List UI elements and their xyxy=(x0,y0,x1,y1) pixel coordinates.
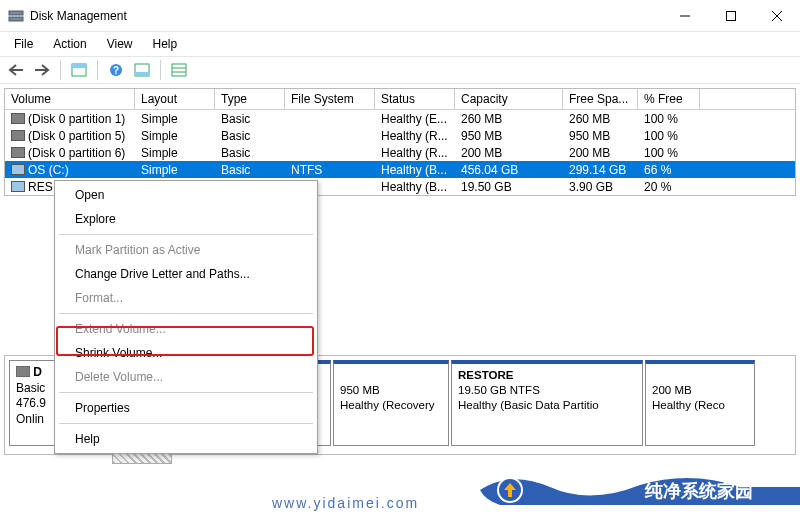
svg-rect-15 xyxy=(16,366,30,377)
ctx-change-letter[interactable]: Change Drive Letter and Paths... xyxy=(57,262,315,286)
disk-size: 476.9 xyxy=(16,396,46,410)
cell: 456.04 GB xyxy=(455,161,563,178)
cell: (Disk 0 partition 5) xyxy=(5,127,135,144)
cell xyxy=(285,144,375,161)
cell: 20 % xyxy=(638,178,700,195)
cell: Healthy (B... xyxy=(375,178,455,195)
menubar: File Action View Help xyxy=(0,32,800,56)
watermark-site: www.yidaimei.com xyxy=(272,495,419,511)
vol2-size: 19.50 GB NTFS xyxy=(458,384,540,396)
forward-button[interactable] xyxy=(30,59,54,81)
svg-rect-7 xyxy=(72,64,86,68)
col-layout[interactable]: Layout xyxy=(135,89,215,109)
partition-icon xyxy=(11,130,25,141)
vol2-status: Healthy (Basic Data Partitio xyxy=(458,399,599,411)
menu-file[interactable]: File xyxy=(6,35,41,53)
svg-rect-0 xyxy=(9,11,23,15)
cell: 950 MB xyxy=(563,127,638,144)
separator xyxy=(59,423,313,424)
col-freespace[interactable]: Free Spa... xyxy=(563,89,638,109)
svg-rect-11 xyxy=(135,72,149,76)
cell: 950 MB xyxy=(455,127,563,144)
help-button[interactable]: ? xyxy=(104,59,128,81)
ctx-shrink-volume[interactable]: Shrink Volume... xyxy=(57,341,315,365)
view-bottom-button[interactable] xyxy=(130,59,154,81)
watermark-brand: 纯净系统家园 xyxy=(644,481,753,501)
cell: 200 MB xyxy=(563,144,638,161)
svg-point-17 xyxy=(499,479,521,501)
toolbar: ? xyxy=(0,56,800,84)
partition-icon xyxy=(11,113,25,124)
cell: 200 MB xyxy=(455,144,563,161)
maximize-button[interactable] xyxy=(708,0,754,32)
drive-icon xyxy=(11,181,25,192)
partition-icon xyxy=(11,147,25,158)
col-volume[interactable]: Volume xyxy=(5,89,135,109)
cell: Simple xyxy=(135,110,215,127)
list-button[interactable] xyxy=(167,59,191,81)
menu-help[interactable]: Help xyxy=(145,35,186,53)
titlebar: Disk Management xyxy=(0,0,800,32)
window-title: Disk Management xyxy=(30,9,662,23)
menu-action[interactable]: Action xyxy=(45,35,94,53)
drive-icon xyxy=(11,164,25,175)
cell: 100 % xyxy=(638,144,700,161)
cell: Healthy (R... xyxy=(375,127,455,144)
cell: Healthy (B... xyxy=(375,161,455,178)
back-button[interactable] xyxy=(4,59,28,81)
vol3-size: 200 MB xyxy=(652,384,692,396)
cell: Basic xyxy=(215,110,285,127)
ctx-delete-volume: Delete Volume... xyxy=(57,365,315,389)
vol1-size: 950 MB xyxy=(340,384,380,396)
col-filesystem[interactable]: File System xyxy=(285,89,375,109)
disk-vol-3[interactable]: 200 MB Healthy (Reco xyxy=(645,360,755,446)
ctx-explore[interactable]: Explore xyxy=(57,207,315,231)
cell: Healthy (E... xyxy=(375,110,455,127)
separator xyxy=(59,313,313,314)
cell: Healthy (R... xyxy=(375,144,455,161)
col-type[interactable]: Type xyxy=(215,89,285,109)
cell: OS (C:) xyxy=(5,161,135,178)
col-status[interactable]: Status xyxy=(375,89,455,109)
disk-vol-2[interactable]: RESTORE 19.50 GB NTFS Healthy (Basic Dat… xyxy=(451,360,643,446)
cell: Basic xyxy=(215,161,285,178)
col-pctfree[interactable]: % Free xyxy=(638,89,700,109)
vol2-name: RESTORE xyxy=(458,369,513,381)
disk-status: Onlin xyxy=(16,412,44,426)
cell: 260 MB xyxy=(563,110,638,127)
ctx-properties[interactable]: Properties xyxy=(57,396,315,420)
cell: 66 % xyxy=(638,161,700,178)
ctx-mark-active: Mark Partition as Active xyxy=(57,238,315,262)
context-menu: Open Explore Mark Partition as Active Ch… xyxy=(54,180,318,454)
ctx-help[interactable]: Help xyxy=(57,427,315,451)
ctx-extend-volume: Extend Volume... xyxy=(57,317,315,341)
svg-text:?: ? xyxy=(113,65,119,76)
disk-vol-1[interactable]: 950 MB Healthy (Recovery xyxy=(333,360,449,446)
cell: Basic xyxy=(215,127,285,144)
svg-rect-3 xyxy=(727,11,736,20)
view-top-button[interactable] xyxy=(67,59,91,81)
menu-view[interactable]: View xyxy=(99,35,141,53)
app-icon xyxy=(8,8,24,24)
volume-row[interactable]: (Disk 0 partition 1)SimpleBasicHealthy (… xyxy=(5,110,795,127)
separator xyxy=(60,60,61,80)
ctx-open[interactable]: Open xyxy=(57,183,315,207)
close-button[interactable] xyxy=(754,0,800,32)
window-controls xyxy=(662,0,800,32)
cell: Simple xyxy=(135,144,215,161)
cell xyxy=(285,127,375,144)
svg-rect-12 xyxy=(172,64,186,76)
separator xyxy=(59,392,313,393)
watermark: 纯净系统家园 www.yidaimei.com xyxy=(0,467,800,513)
minimize-button[interactable] xyxy=(662,0,708,32)
volume-row[interactable]: OS (C:)SimpleBasicNTFSHealthy (B...456.0… xyxy=(5,161,795,178)
volume-row[interactable]: (Disk 0 partition 6)SimpleBasicHealthy (… xyxy=(5,144,795,161)
svg-rect-1 xyxy=(9,17,23,21)
column-headers: Volume Layout Type File System Status Ca… xyxy=(5,89,795,110)
cell: NTFS xyxy=(285,161,375,178)
volume-row[interactable]: (Disk 0 partition 5)SimpleBasicHealthy (… xyxy=(5,127,795,144)
cell: Simple xyxy=(135,161,215,178)
col-capacity[interactable]: Capacity xyxy=(455,89,563,109)
vol3-status: Healthy (Reco xyxy=(652,399,725,411)
cell: 100 % xyxy=(638,127,700,144)
